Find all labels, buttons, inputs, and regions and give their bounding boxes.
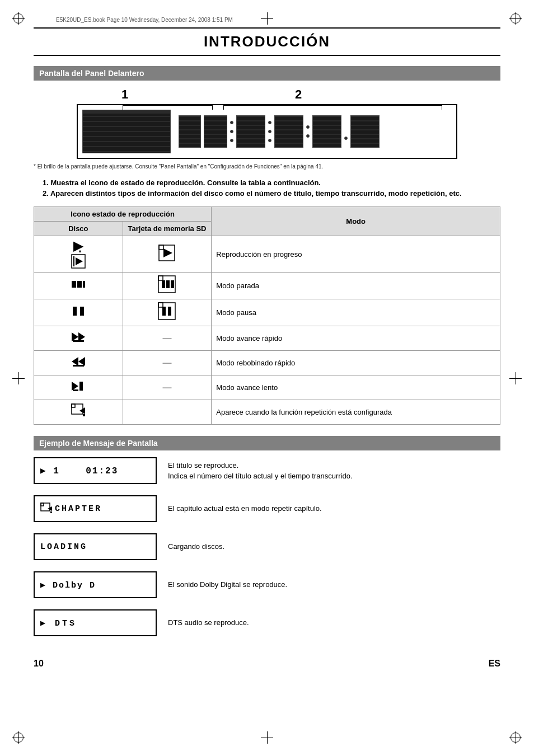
mode-ff: Modo avance rápido [212,326,500,351]
seg-block-6 [350,115,380,148]
crosshair-right [509,372,522,384]
repeat-chapter-icon [40,503,53,515]
screen-text-1: ▶ 1 01:23 [40,465,118,476]
icon-stop-sd [123,273,212,299]
svg-rect-13 [171,280,174,288]
svg-marker-20 [72,332,78,341]
svg-rect-16 [158,303,175,320]
svg-rect-14 [73,307,77,316]
screen-desc-3: Cargando discos. [168,541,224,552]
lang-badge: ES [489,659,500,669]
svg-rect-11 [162,280,165,288]
svg-rect-22 [73,340,84,342]
icon-repeat-sd [123,400,212,425]
table-subheader-disco: Disco [34,222,123,236]
seg-block-2 [204,115,227,148]
svg-rect-25 [73,365,84,367]
panel-caption: * El brillo de la pantalla puede ajustar… [34,163,500,170]
screen-desc-4a: El sonido Dolby Digital se reproduce. [168,579,287,590]
icon-pause-disc [34,299,123,326]
svg-rect-4 [159,245,163,250]
screen-desc-2: El capítulo actual está en modo repetir … [168,503,322,514]
table-row: ▶̣ Reproducción en progreso [34,236,500,273]
svg-marker-24 [72,357,78,366]
svg-rect-8 [83,281,85,288]
page-number: 10 [34,659,44,669]
screen-display-3: LOADING [34,533,157,560]
screen-examples: ▶ 1 01:23 El título se reproduce. Indica… [34,457,500,636]
svg-rect-28 [73,389,78,391]
screen-desc-1: El título se reproduce. Indica el número… [168,460,353,482]
note-1: 1. Muestra el icono de estado de reprodu… [34,179,500,187]
svg-marker-26 [72,382,78,391]
icon-rew-disc [34,351,123,375]
dot-sep-3 [306,115,310,148]
seg-block-5 [312,115,341,148]
crosshair-left [12,372,25,384]
screen-text-4: ▶ Dolby D [40,580,96,590]
screen-desc-3a: Cargando discos. [168,541,224,552]
crosshair-bottom [261,731,273,744]
svg-marker-23 [78,357,85,366]
svg-rect-36 [50,511,52,513]
screen-example-1: ▶ 1 01:23 El título se reproduce. Indica… [34,457,500,484]
screen-desc-5: DTS audio se reproduce. [168,617,249,628]
icon-slow-sd: — [123,375,212,400]
screen-text-5: ▶ DTS [40,618,77,628]
dot-sep-1 [230,115,233,148]
diagram-number-labels: 1 2 [77,87,457,103]
svg-rect-33 [41,503,50,511]
svg-rect-32 [83,414,85,416]
crosshair-top [261,12,273,25]
icon-repeat-disc [34,400,123,425]
file-info: E5K20UD_ES.book Page 10 Wednesday, Decem… [56,17,500,23]
svg-rect-27 [79,382,83,391]
screen-desc-1b: Indica el número del título actual y el … [168,471,353,482]
panel-diagram: // This will be rendered inline [77,104,457,159]
table-header-mode: Modo [212,207,500,236]
screen-text-3: LOADING [40,542,87,552]
screen-example-3: LOADING Cargando discos. [34,533,500,560]
table-subheader-sd: Tarjeta de memoria SD [123,222,212,236]
svg-rect-19 [168,307,171,316]
seg-block-1 [179,115,201,148]
section-header-examples: Ejemplo de Mensaje de Pantalla [34,436,500,450]
icon-stop-disc [34,273,123,299]
screen-example-2: CHAPTER El capítulo actual está en modo … [34,495,500,522]
table-row: Aparece cuando la función repetición est… [34,400,500,425]
svg-rect-12 [166,280,170,288]
corner-tr [509,12,522,25]
screen-display-1: ▶ 1 01:23 [34,457,157,484]
panel-notes: 1. Muestra el icono de estado de reprodu… [34,179,500,198]
mode-pause: Modo pausa [212,299,500,326]
icon-slow-disc [34,375,123,400]
table-row: — Modo avance lento [34,375,500,400]
corner-tl [12,12,25,25]
svg-rect-7 [77,281,82,288]
table-row: — Modo rebobinado rápido [34,351,500,375]
icon-pause-sd [123,299,212,326]
icon-rew-sd: — [123,351,212,375]
display-right-segments [179,115,452,148]
display-left-block: // This will be rendered inline [82,110,171,153]
screen-desc-2a: El capítulo actual está en modo repetir … [168,503,322,514]
table-row: — Modo avance rápido [34,326,500,351]
svg-rect-29 [72,404,83,414]
svg-rect-34 [41,503,44,506]
svg-rect-10 [158,276,163,280]
svg-rect-30 [72,404,75,407]
dot-sep-4 [344,115,348,148]
svg-rect-18 [162,307,166,316]
icon-play-sd [123,236,212,273]
page-title: INTRODUCCIÓN [34,27,500,56]
svg-rect-17 [158,303,163,307]
table-header-icon: Icono estado de reproducción [34,207,212,222]
screen-display-4: ▶ Dolby D [34,571,157,598]
status-table: Icono estado de reproducción Modo Disco … [34,206,500,425]
screen-desc-4: El sonido Dolby Digital se reproduce. [168,579,287,590]
label-2: 2 [295,87,302,102]
icon-ff-sd: — [123,326,212,351]
svg-rect-15 [80,307,84,316]
screen-display-2: CHAPTER [34,495,157,522]
icon-ff-disc [34,326,123,351]
